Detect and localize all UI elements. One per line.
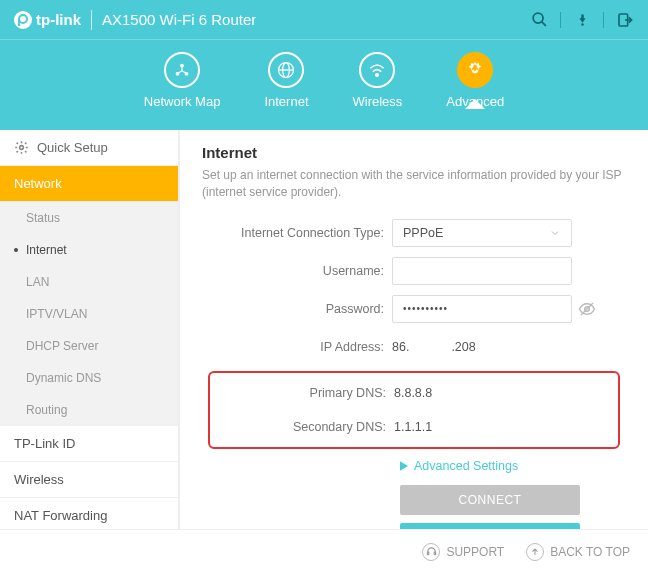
triangle-right-icon <box>400 461 408 471</box>
header-actions <box>530 11 634 29</box>
sidebar-network-subs: Status Internet LAN IPTV/VLAN DHCP Serve… <box>0 202 178 426</box>
search-icon[interactable] <box>530 11 548 29</box>
sidebar-wireless[interactable]: Wireless <box>0 462 178 498</box>
svg-rect-18 <box>434 552 435 555</box>
svg-rect-17 <box>427 552 428 555</box>
username-input[interactable] <box>392 257 572 285</box>
arrow-up-icon <box>526 543 544 561</box>
ip-redacted <box>409 340 451 351</box>
dns-highlight: Primary DNS: 8.8.8.8 Secondary DNS: 1.1.… <box>208 371 620 449</box>
row-ip: IP Address: 86..208 <box>202 333 626 361</box>
svg-point-4 <box>581 23 584 26</box>
sidebar-label: Quick Setup <box>37 140 108 155</box>
conn-type-select[interactable]: PPPoE <box>392 219 572 247</box>
secondary-dns-value: 1.1.1.1 <box>394 420 432 434</box>
primary-dns-label: Primary DNS: <box>210 386 394 400</box>
nav-label: Network Map <box>144 94 221 109</box>
sidebar-sub-ddns[interactable]: Dynamic DNS <box>0 362 178 394</box>
row-secondary-dns: Secondary DNS: 1.1.1.1 <box>210 413 618 441</box>
eye-off-icon[interactable] <box>578 300 596 318</box>
svg-line-3 <box>541 22 545 26</box>
sidebar-sub-iptv[interactable]: IPTV/VLAN <box>0 298 178 330</box>
update-icon[interactable] <box>573 11 591 29</box>
support-link[interactable]: SUPPORT <box>422 543 504 561</box>
svg-point-6 <box>180 64 184 68</box>
password-input[interactable] <box>392 295 572 323</box>
section-desc: Set up an internet connection with the s… <box>202 167 626 201</box>
logout-icon[interactable] <box>616 11 634 29</box>
advanced-settings-link[interactable]: Advanced Settings <box>400 459 626 473</box>
username-label: Username: <box>202 264 392 278</box>
chevron-down-icon <box>549 227 561 239</box>
nav-label: Internet <box>264 94 308 109</box>
footer: SUPPORT BACK TO TOP <box>0 529 648 573</box>
row-conn-type: Internet Connection Type: PPPoE <box>202 219 626 247</box>
back-to-top-link[interactable]: BACK TO TOP <box>526 543 630 561</box>
brand-text: tp-link <box>36 11 81 28</box>
row-username: Username: <box>202 257 626 285</box>
nav-label: Advanced <box>446 94 504 109</box>
conn-type-value: PPPoE <box>403 226 443 240</box>
sidebar-network[interactable]: Network <box>0 166 178 202</box>
header-bar: tp-link AX1500 Wi-Fi 6 Router <box>0 0 648 40</box>
sidebar-label: Network <box>14 176 62 191</box>
nav-label: Wireless <box>353 94 403 109</box>
sidebar-sub-lan[interactable]: LAN <box>0 266 178 298</box>
brand: tp-link AX1500 Wi-Fi 6 Router <box>14 10 256 30</box>
svg-point-0 <box>19 15 27 23</box>
sidebar-quick-setup[interactable]: Quick Setup <box>0 130 178 166</box>
content-pane: Internet Set up an internet connection w… <box>178 130 648 573</box>
body: Quick Setup Network Status Internet LAN … <box>0 130 648 573</box>
sidebar-sub-internet[interactable]: Internet <box>0 234 178 266</box>
ip-label: IP Address: <box>202 340 392 354</box>
svg-point-12 <box>376 74 379 77</box>
nav-internet[interactable]: Internet <box>264 52 308 109</box>
sidebar-sub-routing[interactable]: Routing <box>0 394 178 426</box>
svg-point-14 <box>20 146 24 150</box>
product-name: AX1500 Wi-Fi 6 Router <box>102 11 256 28</box>
primary-dns-value: 8.8.8.8 <box>394 386 432 400</box>
gear-icon <box>14 140 29 155</box>
sidebar-tplink-id[interactable]: TP-Link ID <box>0 426 178 462</box>
brand-logo: tp-link <box>14 11 81 29</box>
sidebar-sub-dhcp[interactable]: DHCP Server <box>0 330 178 362</box>
separator <box>603 12 604 28</box>
ip-value: 86..208 <box>392 340 476 354</box>
row-primary-dns: Primary DNS: 8.8.8.8 <box>210 379 618 407</box>
section-title: Internet <box>202 144 626 161</box>
sidebar: Quick Setup Network Status Internet LAN … <box>0 130 178 573</box>
nav-advanced[interactable]: Advanced <box>446 52 504 109</box>
svg-point-13 <box>473 65 477 69</box>
connect-button[interactable]: CONNECT <box>400 485 580 515</box>
sidebar-sub-status[interactable]: Status <box>0 202 178 234</box>
top-nav: Network Map Internet Wireless Advanced <box>0 40 648 130</box>
password-label: Password: <box>202 302 392 316</box>
headset-icon <box>422 543 440 561</box>
separator <box>560 12 561 28</box>
conn-type-label: Internet Connection Type: <box>202 226 392 240</box>
secondary-dns-label: Secondary DNS: <box>210 420 394 434</box>
svg-point-2 <box>533 13 543 23</box>
logo-icon <box>14 11 32 29</box>
row-advanced-link: Advanced Settings <box>202 459 626 473</box>
brand-separator <box>91 10 92 30</box>
nav-wireless[interactable]: Wireless <box>353 52 403 109</box>
row-password: Password: <box>202 295 626 323</box>
nav-network-map[interactable]: Network Map <box>144 52 221 109</box>
